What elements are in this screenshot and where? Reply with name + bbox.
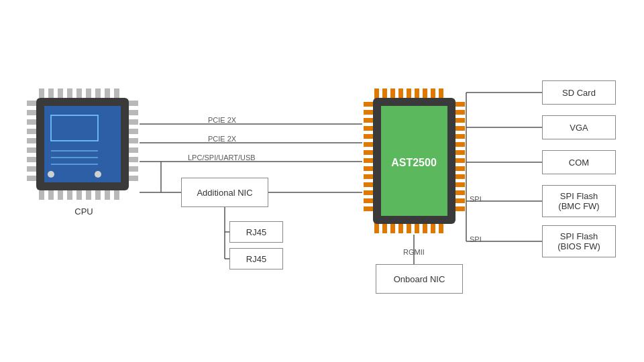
svg-rect-79 (364, 110, 374, 115)
svg-rect-21 (86, 88, 91, 98)
svg-rect-75 (423, 223, 427, 233)
rj45-box-2: RJ45 (229, 248, 283, 269)
svg-rect-94 (454, 118, 465, 123)
com-box: COM (542, 150, 616, 174)
svg-rect-80 (364, 118, 374, 123)
svg-rect-87 (364, 174, 374, 179)
svg-rect-77 (439, 223, 443, 233)
svg-rect-63 (398, 88, 403, 99)
svg-rect-20 (76, 88, 82, 98)
svg-rect-105 (454, 206, 465, 211)
spi-bios-label: SPI (470, 235, 482, 243)
diagram: { "cpu": { "label": "CPU" }, "ast": { "l… (0, 0, 644, 362)
svg-rect-93 (454, 110, 465, 115)
svg-text:AST2500: AST2500 (391, 157, 437, 168)
svg-rect-49 (129, 157, 138, 162)
svg-rect-53 (44, 106, 121, 182)
svg-rect-103 (454, 190, 465, 195)
svg-rect-18 (58, 88, 63, 98)
svg-rect-39 (27, 147, 36, 153)
svg-rect-101 (454, 174, 465, 179)
svg-rect-26 (48, 190, 54, 200)
svg-rect-72 (398, 223, 403, 233)
svg-rect-81 (364, 126, 374, 131)
svg-rect-50 (129, 166, 138, 172)
svg-rect-30 (86, 190, 91, 200)
svg-rect-27 (58, 190, 63, 200)
pcie-label-1: PCIE 2X (208, 116, 236, 124)
svg-rect-22 (95, 88, 101, 98)
svg-rect-25 (39, 190, 44, 200)
rgmii-label: RGMII (403, 248, 425, 256)
svg-rect-44 (129, 110, 138, 115)
svg-rect-88 (364, 182, 374, 187)
svg-rect-51 (129, 176, 138, 181)
svg-rect-47 (129, 138, 138, 143)
svg-rect-60 (374, 88, 379, 99)
svg-rect-19 (67, 88, 72, 98)
svg-rect-82 (364, 134, 374, 139)
svg-rect-84 (364, 150, 374, 155)
svg-rect-43 (129, 101, 138, 106)
ast-chip: AST2500 (362, 87, 466, 235)
svg-rect-73 (407, 223, 411, 233)
svg-rect-98 (454, 150, 465, 155)
svg-rect-46 (129, 129, 138, 134)
svg-rect-31 (95, 190, 101, 200)
svg-rect-61 (382, 88, 387, 99)
svg-rect-70 (382, 223, 387, 233)
svg-rect-24 (114, 88, 119, 98)
svg-rect-68 (439, 88, 443, 99)
spi-bmc-box: SPI Flash (BMC FW) (542, 185, 616, 217)
svg-rect-100 (454, 166, 465, 171)
svg-rect-65 (415, 88, 419, 99)
rj45-box-1: RJ45 (229, 221, 283, 243)
lpc-label: LPC/SPI/UART/USB (188, 154, 256, 162)
svg-rect-83 (364, 142, 374, 147)
svg-rect-32 (105, 190, 110, 200)
svg-rect-45 (129, 119, 138, 125)
onboard-nic-box: Onboard NIC (376, 264, 463, 294)
spi-bios-box: SPI Flash (BIOS FW) (542, 225, 616, 257)
svg-rect-67 (431, 88, 435, 99)
svg-rect-95 (454, 126, 465, 131)
svg-rect-76 (431, 223, 435, 233)
svg-rect-91 (364, 206, 374, 211)
svg-rect-38 (27, 138, 36, 143)
svg-rect-71 (390, 223, 395, 233)
svg-rect-62 (390, 88, 395, 99)
svg-rect-64 (407, 88, 411, 99)
svg-rect-29 (76, 190, 82, 200)
pcie-label-2: PCIE 2X (208, 135, 236, 143)
sdcard-box: SD Card (542, 80, 616, 105)
svg-rect-92 (454, 102, 465, 107)
additional-nic-box: Additional NIC (181, 178, 268, 207)
svg-rect-85 (364, 158, 374, 163)
svg-rect-74 (415, 223, 419, 233)
svg-rect-96 (454, 134, 465, 139)
svg-rect-16 (39, 88, 44, 98)
vga-box: VGA (542, 115, 616, 139)
svg-rect-28 (67, 190, 72, 200)
svg-rect-78 (364, 102, 374, 107)
svg-rect-104 (454, 198, 465, 203)
svg-rect-37 (27, 129, 36, 134)
cpu-label: CPU (64, 206, 104, 217)
svg-rect-40 (27, 157, 36, 162)
svg-rect-42 (27, 176, 36, 181)
svg-rect-33 (114, 190, 119, 200)
svg-rect-41 (27, 166, 36, 172)
cpu-chip (25, 87, 140, 201)
svg-rect-35 (27, 110, 36, 115)
svg-rect-90 (364, 198, 374, 203)
svg-rect-17 (48, 88, 54, 98)
svg-rect-97 (454, 142, 465, 147)
svg-rect-102 (454, 182, 465, 187)
svg-rect-36 (27, 119, 36, 125)
spi-bmc-label: SPI (470, 195, 482, 203)
svg-rect-86 (364, 166, 374, 171)
svg-rect-89 (364, 190, 374, 195)
svg-rect-69 (374, 223, 379, 233)
svg-point-59 (95, 171, 101, 178)
svg-rect-99 (454, 158, 465, 163)
